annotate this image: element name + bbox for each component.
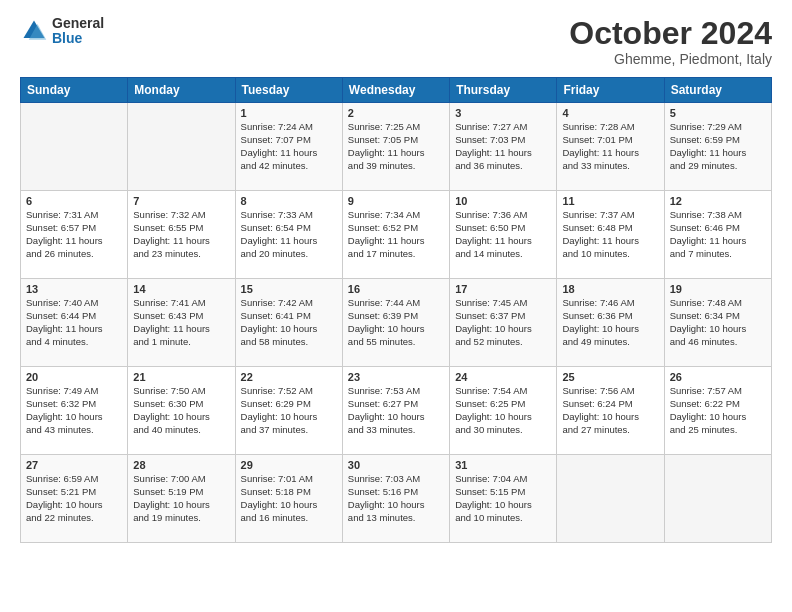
cell-info: Sunrise: 7:33 AMSunset: 6:54 PMDaylight:… bbox=[241, 209, 337, 260]
calendar-cell: 1Sunrise: 7:24 AMSunset: 7:07 PMDaylight… bbox=[235, 103, 342, 191]
week-row-3: 13Sunrise: 7:40 AMSunset: 6:44 PMDayligh… bbox=[21, 279, 772, 367]
cell-info: Sunrise: 7:25 AMSunset: 7:05 PMDaylight:… bbox=[348, 121, 444, 172]
day-number: 8 bbox=[241, 195, 337, 207]
day-number: 12 bbox=[670, 195, 766, 207]
calendar-cell: 28Sunrise: 7:00 AMSunset: 5:19 PMDayligh… bbox=[128, 455, 235, 543]
day-number: 22 bbox=[241, 371, 337, 383]
calendar-cell bbox=[664, 455, 771, 543]
title-block: October 2024 Ghemme, Piedmont, Italy bbox=[569, 16, 772, 67]
day-number: 9 bbox=[348, 195, 444, 207]
page-header: General Blue October 2024 Ghemme, Piedmo… bbox=[20, 16, 772, 67]
cell-info: Sunrise: 7:27 AMSunset: 7:03 PMDaylight:… bbox=[455, 121, 551, 172]
cell-info: Sunrise: 7:49 AMSunset: 6:32 PMDaylight:… bbox=[26, 385, 122, 436]
cell-info: Sunrise: 7:28 AMSunset: 7:01 PMDaylight:… bbox=[562, 121, 658, 172]
calendar-cell: 15Sunrise: 7:42 AMSunset: 6:41 PMDayligh… bbox=[235, 279, 342, 367]
day-number: 10 bbox=[455, 195, 551, 207]
calendar-cell: 16Sunrise: 7:44 AMSunset: 6:39 PMDayligh… bbox=[342, 279, 449, 367]
cell-info: Sunrise: 7:42 AMSunset: 6:41 PMDaylight:… bbox=[241, 297, 337, 348]
day-number: 1 bbox=[241, 107, 337, 119]
day-number: 27 bbox=[26, 459, 122, 471]
cell-info: Sunrise: 7:31 AMSunset: 6:57 PMDaylight:… bbox=[26, 209, 122, 260]
calendar-cell: 19Sunrise: 7:48 AMSunset: 6:34 PMDayligh… bbox=[664, 279, 771, 367]
col-header-friday: Friday bbox=[557, 78, 664, 103]
month-title: October 2024 bbox=[569, 16, 772, 51]
cell-info: Sunrise: 7:56 AMSunset: 6:24 PMDaylight:… bbox=[562, 385, 658, 436]
day-number: 19 bbox=[670, 283, 766, 295]
calendar-cell: 20Sunrise: 7:49 AMSunset: 6:32 PMDayligh… bbox=[21, 367, 128, 455]
calendar-cell: 13Sunrise: 7:40 AMSunset: 6:44 PMDayligh… bbox=[21, 279, 128, 367]
calendar-cell: 2Sunrise: 7:25 AMSunset: 7:05 PMDaylight… bbox=[342, 103, 449, 191]
calendar-header-row: SundayMondayTuesdayWednesdayThursdayFrid… bbox=[21, 78, 772, 103]
logo-text: General Blue bbox=[52, 16, 104, 47]
day-number: 4 bbox=[562, 107, 658, 119]
day-number: 6 bbox=[26, 195, 122, 207]
calendar-cell: 11Sunrise: 7:37 AMSunset: 6:48 PMDayligh… bbox=[557, 191, 664, 279]
calendar-cell bbox=[557, 455, 664, 543]
day-number: 11 bbox=[562, 195, 658, 207]
day-number: 2 bbox=[348, 107, 444, 119]
calendar-cell: 30Sunrise: 7:03 AMSunset: 5:16 PMDayligh… bbox=[342, 455, 449, 543]
cell-info: Sunrise: 7:37 AMSunset: 6:48 PMDaylight:… bbox=[562, 209, 658, 260]
day-number: 5 bbox=[670, 107, 766, 119]
day-number: 28 bbox=[133, 459, 229, 471]
calendar-cell: 3Sunrise: 7:27 AMSunset: 7:03 PMDaylight… bbox=[450, 103, 557, 191]
col-header-saturday: Saturday bbox=[664, 78, 771, 103]
col-header-monday: Monday bbox=[128, 78, 235, 103]
col-header-wednesday: Wednesday bbox=[342, 78, 449, 103]
cell-info: Sunrise: 7:29 AMSunset: 6:59 PMDaylight:… bbox=[670, 121, 766, 172]
calendar-cell: 14Sunrise: 7:41 AMSunset: 6:43 PMDayligh… bbox=[128, 279, 235, 367]
cell-info: Sunrise: 7:00 AMSunset: 5:19 PMDaylight:… bbox=[133, 473, 229, 524]
logo-icon bbox=[20, 17, 48, 45]
logo: General Blue bbox=[20, 16, 104, 47]
day-number: 16 bbox=[348, 283, 444, 295]
cell-info: Sunrise: 7:36 AMSunset: 6:50 PMDaylight:… bbox=[455, 209, 551, 260]
calendar-cell: 7Sunrise: 7:32 AMSunset: 6:55 PMDaylight… bbox=[128, 191, 235, 279]
cell-info: Sunrise: 7:04 AMSunset: 5:15 PMDaylight:… bbox=[455, 473, 551, 524]
calendar-cell: 18Sunrise: 7:46 AMSunset: 6:36 PMDayligh… bbox=[557, 279, 664, 367]
cell-info: Sunrise: 7:53 AMSunset: 6:27 PMDaylight:… bbox=[348, 385, 444, 436]
cell-info: Sunrise: 7:50 AMSunset: 6:30 PMDaylight:… bbox=[133, 385, 229, 436]
cell-info: Sunrise: 7:46 AMSunset: 6:36 PMDaylight:… bbox=[562, 297, 658, 348]
cell-info: Sunrise: 7:44 AMSunset: 6:39 PMDaylight:… bbox=[348, 297, 444, 348]
day-number: 20 bbox=[26, 371, 122, 383]
day-number: 23 bbox=[348, 371, 444, 383]
cell-info: Sunrise: 7:38 AMSunset: 6:46 PMDaylight:… bbox=[670, 209, 766, 260]
day-number: 30 bbox=[348, 459, 444, 471]
calendar-cell: 31Sunrise: 7:04 AMSunset: 5:15 PMDayligh… bbox=[450, 455, 557, 543]
cell-info: Sunrise: 7:40 AMSunset: 6:44 PMDaylight:… bbox=[26, 297, 122, 348]
cell-info: Sunrise: 7:52 AMSunset: 6:29 PMDaylight:… bbox=[241, 385, 337, 436]
cell-info: Sunrise: 7:03 AMSunset: 5:16 PMDaylight:… bbox=[348, 473, 444, 524]
cell-info: Sunrise: 7:57 AMSunset: 6:22 PMDaylight:… bbox=[670, 385, 766, 436]
calendar-cell: 5Sunrise: 7:29 AMSunset: 6:59 PMDaylight… bbox=[664, 103, 771, 191]
cell-info: Sunrise: 7:32 AMSunset: 6:55 PMDaylight:… bbox=[133, 209, 229, 260]
calendar-cell: 25Sunrise: 7:56 AMSunset: 6:24 PMDayligh… bbox=[557, 367, 664, 455]
cell-info: Sunrise: 7:24 AMSunset: 7:07 PMDaylight:… bbox=[241, 121, 337, 172]
day-number: 25 bbox=[562, 371, 658, 383]
cell-info: Sunrise: 7:34 AMSunset: 6:52 PMDaylight:… bbox=[348, 209, 444, 260]
cell-info: Sunrise: 7:41 AMSunset: 6:43 PMDaylight:… bbox=[133, 297, 229, 348]
col-header-sunday: Sunday bbox=[21, 78, 128, 103]
calendar-cell: 9Sunrise: 7:34 AMSunset: 6:52 PMDaylight… bbox=[342, 191, 449, 279]
calendar-cell: 22Sunrise: 7:52 AMSunset: 6:29 PMDayligh… bbox=[235, 367, 342, 455]
day-number: 24 bbox=[455, 371, 551, 383]
day-number: 14 bbox=[133, 283, 229, 295]
calendar-cell: 23Sunrise: 7:53 AMSunset: 6:27 PMDayligh… bbox=[342, 367, 449, 455]
week-row-5: 27Sunrise: 6:59 AMSunset: 5:21 PMDayligh… bbox=[21, 455, 772, 543]
cell-info: Sunrise: 7:45 AMSunset: 6:37 PMDaylight:… bbox=[455, 297, 551, 348]
calendar-cell: 27Sunrise: 6:59 AMSunset: 5:21 PMDayligh… bbox=[21, 455, 128, 543]
calendar-cell: 24Sunrise: 7:54 AMSunset: 6:25 PMDayligh… bbox=[450, 367, 557, 455]
day-number: 31 bbox=[455, 459, 551, 471]
day-number: 18 bbox=[562, 283, 658, 295]
calendar-cell bbox=[128, 103, 235, 191]
calendar-cell: 6Sunrise: 7:31 AMSunset: 6:57 PMDaylight… bbox=[21, 191, 128, 279]
week-row-1: 1Sunrise: 7:24 AMSunset: 7:07 PMDaylight… bbox=[21, 103, 772, 191]
day-number: 13 bbox=[26, 283, 122, 295]
calendar-cell: 21Sunrise: 7:50 AMSunset: 6:30 PMDayligh… bbox=[128, 367, 235, 455]
week-row-4: 20Sunrise: 7:49 AMSunset: 6:32 PMDayligh… bbox=[21, 367, 772, 455]
cell-info: Sunrise: 7:48 AMSunset: 6:34 PMDaylight:… bbox=[670, 297, 766, 348]
calendar-cell: 8Sunrise: 7:33 AMSunset: 6:54 PMDaylight… bbox=[235, 191, 342, 279]
day-number: 7 bbox=[133, 195, 229, 207]
calendar-cell: 17Sunrise: 7:45 AMSunset: 6:37 PMDayligh… bbox=[450, 279, 557, 367]
calendar-cell: 26Sunrise: 7:57 AMSunset: 6:22 PMDayligh… bbox=[664, 367, 771, 455]
day-number: 26 bbox=[670, 371, 766, 383]
